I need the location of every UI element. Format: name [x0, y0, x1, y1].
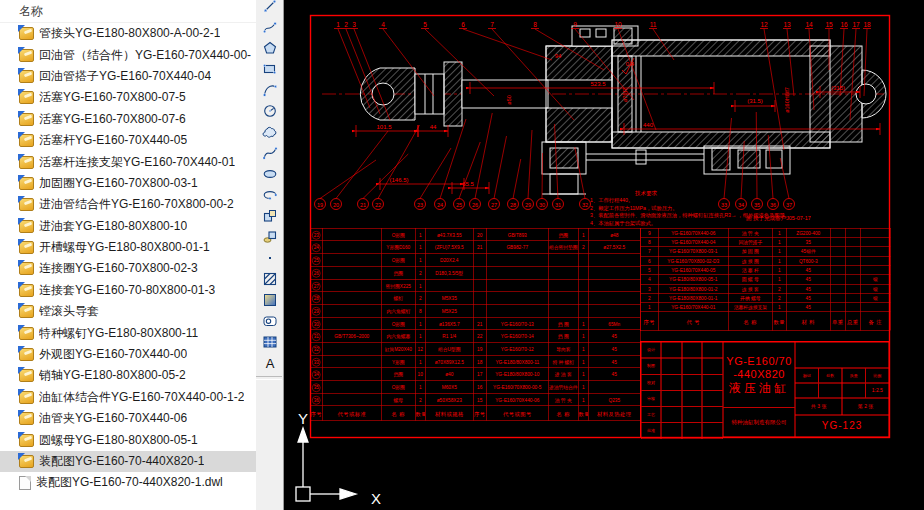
file-item[interactable]: 特种螺钉YG-E180-80X800-11 — [0, 322, 256, 343]
tool-mtext-button[interactable]: A — [258, 352, 282, 373]
bom-header-cell: 数量 — [773, 312, 787, 331]
balloon-number: 8 — [533, 21, 537, 28]
file-item[interactable]: 活塞杆YG-E160-70X440-05 — [0, 130, 256, 151]
file-item[interactable]: 进油套YG-E180-80X800-10 — [0, 216, 256, 237]
tool-ellipse-arc-button[interactable] — [258, 184, 282, 205]
bom-cell: YG-E160/70-14 — [487, 330, 549, 343]
bom-cell: 特 种 螺钉 — [549, 355, 579, 368]
tool-circle-button[interactable] — [258, 100, 282, 121]
bom-cell — [549, 279, 579, 292]
file-item[interactable]: 开槽螺母YG-E180-80X800-01-1 — [0, 237, 256, 258]
bom-cell: D180,3.5/5型 — [426, 266, 474, 279]
tool-line-button[interactable] — [258, 0, 282, 16]
file-item[interactable]: 回油管搭子YG-E160-70X440-04 — [0, 66, 256, 87]
point-icon — [262, 250, 278, 266]
bom-cell: 22 — [474, 330, 487, 343]
sign-cell — [661, 390, 682, 406]
file-item[interactable]: 活塞YG-E160-70X800-07-6 — [0, 109, 256, 130]
bom-cell: YG-E180/80X800-05-1 — [659, 274, 729, 283]
bom-cell: 螺钉 — [382, 291, 416, 304]
file-item[interactable]: 管接头YG-E180-80X800-A-00-2-1 — [0, 23, 256, 44]
bom-cell: (ZFU)7.5X9.5 — [426, 241, 474, 254]
bom-cell: ø50X58X23 — [426, 393, 474, 406]
sign-cell — [682, 358, 702, 374]
file-item-label: 装配图YG-E160-70-440X820-1 — [39, 453, 204, 470]
sign-cell — [682, 423, 702, 439]
file-item[interactable]: 销轴YG-E180-80X800-05-2 — [0, 365, 256, 386]
file-item[interactable]: 装配图YG-E160-70-440X820-1 — [0, 451, 256, 472]
file-item[interactable]: 进油管结合件YG-E160-70X800-00-2 — [0, 194, 256, 215]
bom-cell: 1 — [773, 228, 787, 237]
app-window: { "file_panel": { "header": "名称", "items… — [0, 0, 924, 510]
bom-cell — [846, 284, 861, 293]
bom-cell — [487, 253, 549, 266]
bom-cell: YG-E160/70X800-03-1 — [659, 247, 729, 256]
bom-cell — [579, 291, 589, 304]
bom-cell: 32 — [311, 342, 323, 355]
tool-insert-block-button[interactable] — [258, 205, 282, 226]
tool-arc-button[interactable] — [258, 79, 282, 100]
file-item[interactable]: 活塞杆连接支架YG-E160-70X440-01 — [0, 151, 256, 172]
bom-cell: 锻 — [861, 284, 891, 293]
bom-cell: 挡圈 — [382, 368, 416, 381]
balloon-number: 27 — [491, 202, 497, 208]
tool-rectangle-button[interactable] — [258, 58, 282, 79]
file-item[interactable]: 活塞YG-E160-70X800-07-5 — [0, 87, 256, 108]
file-item[interactable]: 镗滚头导套 — [0, 301, 256, 322]
tool-region-button[interactable] — [258, 310, 282, 331]
file-item[interactable]: 外观图YG-E160-70X440-00 — [0, 344, 256, 365]
bom-cell — [831, 274, 846, 283]
tool-point-button[interactable] — [258, 247, 282, 268]
sign-cell: 工艺 — [641, 407, 661, 423]
balloon-number: 3 — [352, 21, 356, 28]
file-item[interactable]: 装配图YG-E160-70-440X820-1.dwl — [0, 472, 256, 493]
bom-cell: 1 — [773, 237, 787, 246]
file-item[interactable]: 连接套YG-E160-70-80X800-01-3 — [0, 280, 256, 301]
bom-cell: 19 — [474, 342, 487, 355]
tool-table-button[interactable] — [258, 331, 282, 352]
tool-gradient-button[interactable] — [258, 289, 282, 310]
sign-cell: 审核 — [641, 390, 661, 406]
hatch-icon — [262, 271, 278, 287]
file-item[interactable]: 油管夹YG-E160-70X440-06 — [0, 408, 256, 429]
dim-text: 523.5 — [590, 81, 606, 87]
file-item[interactable]: 回油管（结合件）YG-E160-70X440-00- — [0, 44, 256, 65]
tool-ellipse-button[interactable] — [258, 163, 282, 184]
bom-cell: 35 — [787, 237, 831, 246]
bom-header-cell: 单重 — [831, 312, 846, 331]
bom-cell: 连 接 圈 — [729, 256, 773, 265]
bom-cell: ø27.5X2.5 — [589, 241, 641, 254]
bom-cell: 21 — [474, 317, 487, 330]
tool-make-block-button[interactable] — [258, 226, 282, 247]
bom-cell: YG-E160/70X440-06 — [659, 228, 729, 237]
insert-block-icon — [262, 208, 278, 224]
dwg-file-icon — [19, 113, 34, 126]
bom-cell: 挡圈 — [549, 228, 579, 241]
file-list-header-name[interactable]: 名称 — [0, 0, 256, 23]
bom-cell: 45 — [787, 293, 831, 302]
balloon-number: 22 — [375, 202, 381, 208]
bom-cell — [846, 247, 861, 256]
title-block-signatures: 设计制图校对审核工艺批准 — [641, 342, 723, 437]
bom-header-cell: 代号或图号 — [487, 406, 549, 421]
tool-revcloud-button[interactable] — [258, 121, 282, 142]
file-item[interactable]: 连接圈YG-E160-70X800-02-3 — [0, 258, 256, 279]
file-item[interactable]: 圆螺母YG-E180-80X800-05-1 — [0, 429, 256, 450]
bom-cell — [474, 279, 487, 292]
tool-polyline-button[interactable] — [258, 16, 282, 37]
bom-cell: ø48 — [589, 228, 641, 241]
file-item-label: 装配图YG-E160-70-440X820-1.dwl — [36, 474, 223, 491]
bom-cell: 2 — [416, 291, 426, 304]
file-item[interactable]: 油缸体结合件YG-E160-70X440-00-1-2 — [0, 387, 256, 408]
file-item[interactable]: 加固圈YG-E160-70X800-03-1 — [0, 173, 256, 194]
drawing-canvas[interactable]: 1234567891011121314151617181920212223242… — [284, 0, 924, 510]
bom-cell: 2 — [416, 393, 426, 406]
bom-cell — [323, 380, 382, 393]
balloon-number: 24 — [437, 202, 443, 208]
bom-cell — [474, 253, 487, 266]
tool-spline-button[interactable] — [258, 142, 282, 163]
tool-hatch-button[interactable] — [258, 268, 282, 289]
dim-text: 440 — [643, 122, 654, 128]
tool-polygon-button[interactable] — [258, 37, 282, 58]
bom-cell: O形圈 — [382, 253, 416, 266]
